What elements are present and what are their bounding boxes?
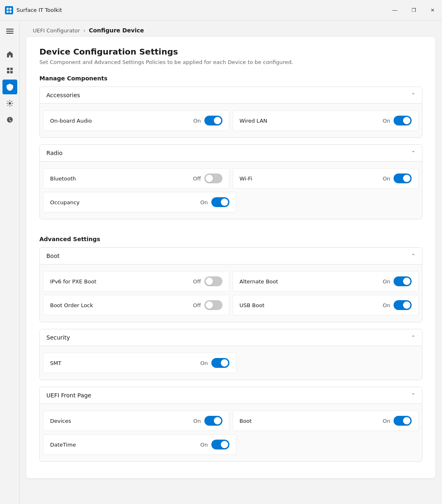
wired-lan-control: On [383, 116, 412, 125]
title-bar: Surface IT Toolkit — ❐ ✕ [0, 0, 442, 21]
svg-rect-8 [10, 68, 13, 70]
accessories-card: Accessories ⌃ On-board Audio On [39, 87, 422, 138]
ipv6-pxe-boot-control: Off [193, 276, 222, 286]
wifi-control: On [383, 173, 412, 183]
uefi-front-page-title: UEFI Front Page [46, 392, 91, 399]
security-row-1-empty [240, 353, 419, 373]
uefi-front-page-card-header[interactable]: UEFI Front Page ⌃ [40, 387, 422, 404]
sidebar-item-tools[interactable] [2, 96, 17, 111]
svg-rect-2 [7, 11, 9, 13]
usb-boot-toggle[interactable] [394, 300, 412, 310]
bluetooth-label: Bluetooth [50, 176, 76, 182]
ipv6-pxe-boot-label: IPv6 for PXE Boot [50, 278, 96, 285]
section-advanced-settings-heading: Advanced Settings [39, 236, 422, 242]
alternate-boot-item: Alternate Boot On [233, 271, 419, 292]
datetime-label: DateTime [50, 442, 76, 448]
svg-rect-7 [7, 68, 9, 70]
minimize-button[interactable]: — [385, 0, 404, 21]
alternate-boot-value: On [383, 278, 390, 285]
wired-lan-label: Wired LAN [240, 118, 268, 124]
smt-item: SMT On [43, 353, 236, 373]
bluetooth-item: Bluetooth Off [43, 168, 229, 189]
content-panel: Device Configuration Settings Set Compon… [26, 37, 435, 478]
smt-toggle[interactable] [211, 358, 229, 368]
devices-value: On [193, 418, 201, 424]
app-title: Surface IT Toolkit [16, 7, 62, 13]
radio-row-2-empty [240, 192, 419, 212]
alternate-boot-toggle[interactable] [394, 276, 412, 286]
restore-button[interactable]: ❐ [404, 0, 423, 21]
boot-order-lock-item: Boot Order Lock Off [43, 295, 229, 315]
boot-uefi-toggle[interactable] [394, 416, 412, 426]
boot-order-lock-value: Off [193, 302, 201, 308]
radio-title: Radio [46, 150, 62, 156]
svg-rect-10 [10, 71, 13, 73]
bluetooth-toggle[interactable] [204, 173, 222, 183]
wired-lan-item: Wired LAN On [233, 110, 419, 131]
wifi-toggle[interactable] [394, 173, 412, 183]
accessories-card-body: On-board Audio On Wire [40, 104, 422, 137]
smt-value: On [200, 360, 208, 366]
close-button[interactable]: ✕ [423, 0, 442, 21]
devices-item: Devices On [43, 410, 229, 431]
usb-boot-label: USB Boot [240, 302, 265, 308]
breadcrumb-separator: › [83, 27, 86, 34]
smt-label: SMT [50, 360, 61, 366]
boot-uefi-control: On [383, 416, 412, 426]
on-board-audio-label: On-board Audio [50, 118, 92, 124]
sidebar-item-uefi-configurator[interactable] [2, 80, 17, 94]
svg-rect-6 [6, 33, 14, 34]
breadcrumb: UEFI Configurator › Configure Device [20, 21, 442, 37]
usb-boot-control: On [383, 300, 412, 310]
accessories-row-1: On-board Audio On Wire [43, 109, 419, 132]
window-controls: — ❐ ✕ [385, 0, 442, 21]
uefi-front-page-row-1: Devices On Boot [43, 409, 419, 433]
svg-rect-5 [6, 31, 14, 32]
main-content: UEFI Configurator › Configure Device Dev… [20, 21, 442, 504]
page-title: Device Configuration Settings [39, 47, 422, 57]
breadcrumb-current: Configure Device [89, 27, 144, 34]
sidebar-item-home[interactable] [2, 47, 17, 62]
boot-order-lock-label: Boot Order Lock [50, 302, 93, 308]
occupancy-toggle[interactable] [211, 197, 229, 207]
alternate-boot-label: Alternate Boot [240, 278, 278, 285]
wifi-item: Wi-Fi On [233, 168, 419, 189]
sidebar-item-updates[interactable] [2, 112, 17, 127]
sidebar-item-packages[interactable] [2, 63, 17, 78]
breadcrumb-parent[interactable]: UEFI Configurator [33, 27, 80, 34]
security-card-header[interactable]: Security ⌃ [40, 329, 422, 346]
boot-order-lock-control: Off [193, 300, 222, 310]
radio-row-2: Occupancy On [43, 190, 419, 214]
svg-point-11 [9, 102, 11, 105]
radio-card-body: Bluetooth Off Wi-Fi [40, 162, 422, 219]
boot-card: Boot ⌃ IPv6 for PXE Boot Off [39, 247, 422, 322]
radio-card-header[interactable]: Radio ⌃ [40, 145, 422, 162]
devices-label: Devices [50, 418, 71, 424]
boot-card-header[interactable]: Boot ⌃ [40, 248, 422, 265]
boot-order-lock-toggle[interactable] [204, 300, 222, 310]
datetime-toggle[interactable] [211, 440, 229, 449]
occupancy-value: On [200, 199, 208, 205]
security-chevron-icon: ⌃ [411, 335, 415, 340]
on-board-audio-toggle[interactable] [204, 116, 222, 125]
boot-uefi-value: On [383, 418, 390, 424]
radio-chevron-icon: ⌃ [411, 150, 415, 156]
hamburger-button[interactable] [2, 24, 17, 39]
ipv6-pxe-boot-toggle[interactable] [204, 276, 222, 286]
svg-rect-9 [7, 71, 9, 73]
boot-row-2: Boot Order Lock Off US [43, 293, 419, 317]
devices-toggle[interactable] [204, 416, 222, 426]
on-board-audio-control: On [193, 116, 222, 125]
bluetooth-control: Off [193, 173, 222, 183]
occupancy-item: Occupancy On [43, 192, 236, 212]
wired-lan-toggle[interactable] [394, 116, 412, 125]
accessories-title: Accessories [46, 92, 80, 98]
sidebar [0, 21, 20, 504]
svg-rect-0 [7, 8, 9, 10]
accessories-card-header[interactable]: Accessories ⌃ [40, 87, 422, 104]
security-row-1: SMT On [43, 351, 419, 375]
boot-uefi-item: Boot On [233, 410, 419, 431]
wifi-label: Wi-Fi [240, 176, 252, 182]
svg-rect-1 [9, 8, 11, 10]
on-board-audio-value: On [193, 118, 201, 124]
